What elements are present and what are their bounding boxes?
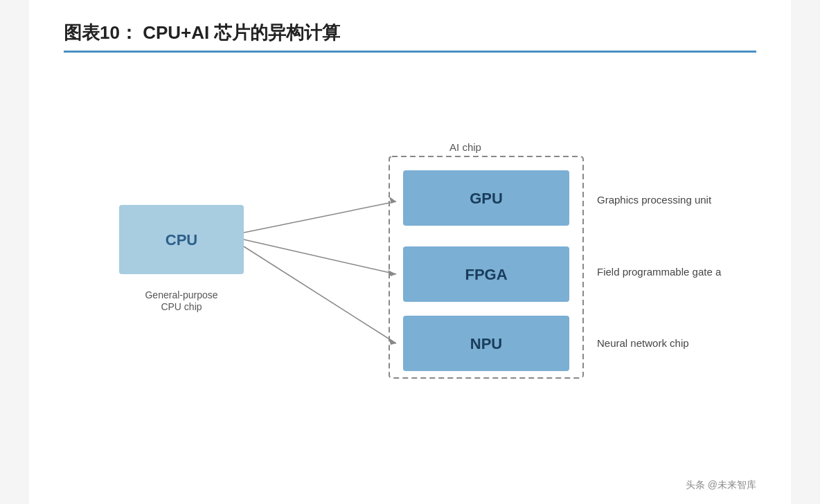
- svg-line-3: [244, 240, 396, 274]
- cpu-label: CPU: [166, 231, 197, 249]
- title-divider: [64, 51, 756, 53]
- title-section: 图表10： CPU+AI 芯片的异构计算: [64, 21, 756, 45]
- fpga-label: FPGA: [465, 266, 507, 283]
- diagram-area: CPU General-purpose CPU chip AI chip GPU…: [64, 66, 756, 454]
- page-title: 图表10： CPU+AI 芯片的异构计算: [64, 21, 340, 45]
- diagram-svg: CPU General-purpose CPU chip AI chip GPU…: [98, 87, 722, 433]
- npu-desc: Neural network chip: [597, 337, 689, 349]
- page: 图表10： CPU+AI 芯片的异构计算 CPU General-purpose…: [29, 0, 791, 504]
- fpga-desc: Field programmable gate array: [597, 266, 722, 278]
- cpu-sublabel-1: General-purpose: [145, 289, 217, 300]
- footer: 头条 @未来智库: [686, 479, 756, 492]
- npu-label: NPU: [470, 335, 502, 352]
- svg-line-5: [244, 246, 396, 343]
- gpu-label: GPU: [470, 190, 503, 207]
- gpu-desc: Graphics processing unit: [597, 194, 712, 206]
- svg-line-1: [244, 201, 396, 233]
- cpu-sublabel-2: CPU chip: [161, 301, 202, 312]
- ai-chip-label: AI chip: [449, 141, 481, 153]
